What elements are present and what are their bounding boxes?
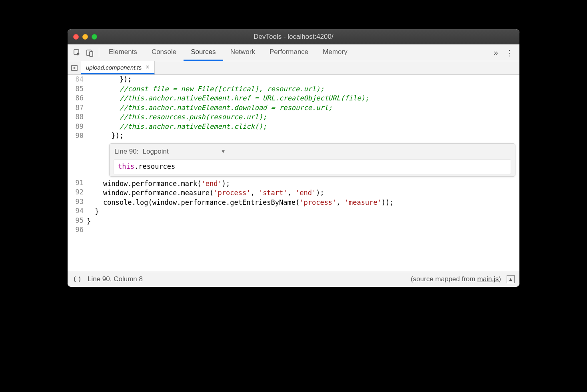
code-line[interactable] bbox=[87, 226, 519, 236]
tab-elements[interactable]: Elements bbox=[102, 44, 144, 61]
line-number[interactable]: 87 bbox=[70, 103, 84, 113]
sources-subtoolbar: upload.component.ts × bbox=[68, 61, 519, 75]
toolbar-divider bbox=[99, 48, 99, 57]
tab-memory[interactable]: Memory bbox=[315, 44, 354, 61]
code-line[interactable]: }); bbox=[87, 131, 519, 141]
code-line[interactable]: //this.resources.push(resource.url); bbox=[87, 112, 519, 122]
gutter-spacer bbox=[70, 169, 84, 178]
line-number[interactable]: 96 bbox=[70, 225, 84, 235]
gutter-spacer bbox=[70, 150, 84, 160]
file-tab[interactable]: upload.component.ts × bbox=[81, 61, 155, 74]
gutter-spacer bbox=[70, 160, 84, 169]
code-line[interactable]: //this.anchor.nativeElement.href = URL.c… bbox=[87, 94, 519, 103]
code-line[interactable]: window.performance.mark('end'); bbox=[87, 179, 519, 189]
logpoint-header: Line 90:Logpoint▼ bbox=[110, 144, 515, 160]
code-line[interactable]: }); bbox=[87, 75, 519, 84]
cursor-position: Line 90, Column 8 bbox=[88, 275, 143, 283]
gutter-spacer bbox=[70, 141, 84, 150]
editor-blank-space bbox=[68, 236, 519, 272]
tab-network[interactable]: Network bbox=[223, 44, 262, 61]
code-line[interactable]: //this.anchor.nativeElement.download = r… bbox=[87, 103, 519, 113]
maximize-window-button[interactable] bbox=[92, 34, 97, 40]
close-tab-icon[interactable]: × bbox=[146, 64, 149, 71]
code-line[interactable]: window.performance.measure('process', 's… bbox=[87, 188, 519, 198]
close-window-button[interactable] bbox=[73, 34, 79, 40]
line-number[interactable]: 92 bbox=[70, 188, 84, 197]
logpoint-type-dropdown[interactable]: Logpoint bbox=[143, 147, 169, 156]
navigator-toggle-icon[interactable] bbox=[68, 61, 81, 74]
drawer-toggle-icon[interactable]: ▲ bbox=[507, 275, 515, 283]
line-number[interactable]: 84 bbox=[70, 75, 84, 84]
line-number[interactable]: 86 bbox=[70, 94, 84, 103]
devtools-window: DevTools - localhost:4200/ ElementsConso… bbox=[67, 29, 520, 287]
code-line[interactable]: //const file = new File([critical], reso… bbox=[87, 84, 519, 94]
tab-console[interactable]: Console bbox=[144, 44, 184, 61]
line-number[interactable]: 95 bbox=[70, 216, 84, 226]
source-mapped-label: (source mapped from main.js) bbox=[411, 275, 501, 283]
line-number[interactable]: 90 bbox=[70, 131, 84, 141]
statusbar: Line 90, Column 8 (source mapped from ma… bbox=[68, 272, 519, 287]
chevron-down-icon[interactable]: ▼ bbox=[221, 147, 226, 156]
line-number[interactable]: 88 bbox=[70, 112, 84, 122]
code-line[interactable]: } bbox=[87, 207, 519, 217]
code-editor[interactable]: 84858687888990 919293949596 }); //const … bbox=[68, 75, 519, 236]
inspect-element-icon[interactable] bbox=[71, 46, 84, 59]
window-controls bbox=[68, 34, 97, 40]
kebab-menu-icon[interactable]: ⋮ bbox=[503, 46, 516, 60]
line-number[interactable]: 91 bbox=[70, 178, 84, 188]
code-line[interactable]: } bbox=[87, 217, 519, 226]
more-tabs-icon[interactable]: » bbox=[489, 46, 503, 60]
code-line[interactable]: console.log(window.performance.getEntrie… bbox=[87, 198, 519, 208]
logpoint-expression-input[interactable]: this.resources bbox=[114, 159, 511, 174]
logpoint-line-label: Line 90: bbox=[114, 147, 139, 156]
tab-sources[interactable]: Sources bbox=[184, 44, 223, 61]
logpoint-panel: Line 90:Logpoint▼this.resources bbox=[109, 143, 515, 177]
tab-performance[interactable]: Performance bbox=[262, 44, 315, 61]
window-title: DevTools - localhost:4200/ bbox=[68, 33, 519, 41]
pretty-print-icon[interactable] bbox=[72, 274, 82, 284]
minimize-window-button[interactable] bbox=[82, 34, 88, 40]
device-toolbar-icon[interactable] bbox=[84, 46, 96, 59]
line-number[interactable]: 85 bbox=[70, 84, 84, 94]
source-map-link[interactable]: main.js bbox=[477, 275, 499, 283]
line-number[interactable]: 94 bbox=[70, 206, 84, 216]
titlebar: DevTools - localhost:4200/ bbox=[68, 29, 519, 44]
line-gutter: 84858687888990 919293949596 bbox=[68, 75, 87, 236]
svg-rect-2 bbox=[90, 52, 93, 56]
main-toolbar: ElementsConsoleSourcesNetworkPerformance… bbox=[68, 44, 519, 61]
code-content[interactable]: }); //const file = new File([critical], … bbox=[87, 75, 519, 236]
code-line[interactable]: //this.anchor.nativeElement.click(); bbox=[87, 122, 519, 132]
panel-tabs: ElementsConsoleSourcesNetworkPerformance… bbox=[102, 44, 489, 61]
file-tab-label: upload.component.ts bbox=[86, 64, 142, 71]
line-number[interactable]: 93 bbox=[70, 197, 84, 207]
line-number[interactable]: 89 bbox=[70, 122, 84, 132]
